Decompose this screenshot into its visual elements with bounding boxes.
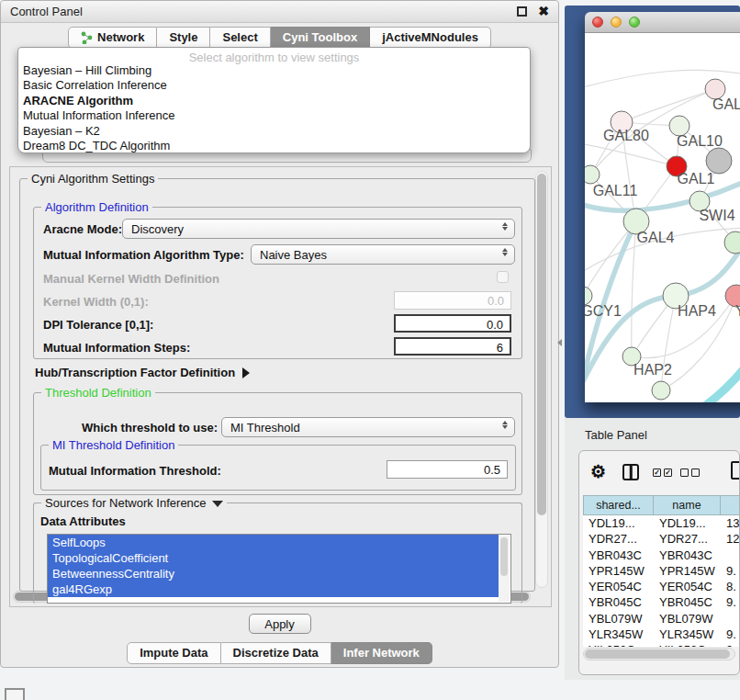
algorithm-option-dream8-dc-tdc-algorithm[interactable]: Dream8 DC_TDC Algorithm xyxy=(18,139,530,153)
close-icon[interactable]: ✖ xyxy=(538,6,549,17)
algorithm-placeholder: Select algorithm to view settings xyxy=(18,51,530,63)
kernel-width-field[interactable]: 0.0 xyxy=(394,291,511,310)
table-cell: 8. xyxy=(721,579,740,594)
table-row[interactable]: YDL19...YDL19...13 xyxy=(583,515,740,531)
attribute-item-selfloops[interactable]: SelfLoops xyxy=(48,535,499,550)
algorithm-dropdown-popup: Select algorithm to view settings Bayesi… xyxy=(17,47,531,153)
table-row[interactable]: YPR145WYPR145W9. xyxy=(583,563,740,579)
network-edge[interactable] xyxy=(632,221,636,356)
hub-definition-toggle[interactable]: Hub/Transcription Factor Definition xyxy=(35,366,250,379)
manual-kernel-width-label: Manual Kernel Width Definition xyxy=(43,272,219,286)
minimize-traffic-light-icon[interactable] xyxy=(611,17,622,28)
network-node-gcy1[interactable] xyxy=(585,287,592,305)
network-window[interactable]: GALGAL80GAL10GAL1GAL11SWI4GAL4GCY1HAP4YH… xyxy=(585,12,740,402)
tab-select[interactable]: Select xyxy=(210,27,270,49)
tab-network[interactable]: Network xyxy=(68,27,157,49)
node-label-hap4: HAP4 xyxy=(678,303,716,319)
table-cell: 9. xyxy=(721,627,740,642)
sources-title[interactable]: Sources for Network Inference xyxy=(41,496,227,510)
column-header-name[interactable]: name xyxy=(654,495,721,515)
gear-icon[interactable]: ⚙ xyxy=(590,461,606,482)
network-node[interactable] xyxy=(706,148,732,174)
node-label-gal4: GAL4 xyxy=(637,230,675,245)
which-threshold-combo[interactable]: MI Threshold xyxy=(221,417,515,437)
algorithm-option-mutual-information-inference[interactable]: Mutual Information Inference xyxy=(18,108,530,123)
table-row[interactable]: YER054CYER054C8. xyxy=(583,579,740,594)
data-attributes-label: Data Attributes xyxy=(40,514,126,528)
spinner-arrows-icon xyxy=(502,421,508,429)
column-layout-icon[interactable] xyxy=(622,464,639,480)
network-edge[interactable] xyxy=(702,358,740,402)
select-all-checkboxes-icon[interactable]: ✓✓ xyxy=(653,469,672,477)
tab-jactivemnodules[interactable]: jActiveMNodules xyxy=(370,27,491,49)
mi-threshold-field[interactable]: 0.5 xyxy=(387,460,508,479)
float-window-icon[interactable] xyxy=(517,6,527,17)
network-node-gal11[interactable] xyxy=(585,165,600,184)
table-cell: 13 xyxy=(721,515,740,531)
table-cell: YBL079W xyxy=(654,611,721,627)
tab-discretize-data[interactable]: Discretize Data xyxy=(221,642,331,664)
close-traffic-light-icon[interactable] xyxy=(592,17,603,28)
table-cell: YDL19... xyxy=(583,515,654,531)
table-row[interactable]: YLR345WYLR345W9. xyxy=(583,627,740,642)
algorithm-definition-group: Algorithm Definition Aracne Mode: Discov… xyxy=(33,207,522,359)
settings-vertical-scrollbar[interactable] xyxy=(535,171,548,588)
table-row[interactable]: YIL052CYIL052C9 xyxy=(583,642,740,647)
node-label-gal10: GAL10 xyxy=(677,133,723,149)
mi-algorithm-type-combo[interactable]: Naive Bayes xyxy=(251,244,515,265)
table-cell: YDR27... xyxy=(583,531,654,547)
minimized-window-icon[interactable] xyxy=(5,688,25,700)
algorithm-option-basic-correlation-inference[interactable]: Basic Correlation Inference xyxy=(18,78,530,93)
network-node[interactable] xyxy=(724,231,740,254)
algorithm-option-aracne-algorithm[interactable]: ARACNE Algorithm xyxy=(18,94,530,108)
manual-kernel-width-checkbox[interactable] xyxy=(497,271,509,283)
node-label-gal80: GAL80 xyxy=(603,128,649,143)
attribute-item-gal4rgexp[interactable]: gal4RGexp xyxy=(48,581,499,597)
node-label-hap2: HAP2 xyxy=(633,362,672,378)
tab-cyni-toolbox[interactable]: Cyni Toolbox xyxy=(271,27,370,49)
split-pane-handle[interactable] xyxy=(557,339,562,346)
tab-style[interactable]: Style xyxy=(157,27,210,49)
table-horizontal-scrollbar[interactable] xyxy=(583,648,735,660)
kernel-width-label: Kernel Width (0,1): xyxy=(43,295,149,309)
table-cell: YLR345W xyxy=(654,627,721,642)
algorithm-option-bayesian-hill-climbing[interactable]: Bayesian – Hill Climbing xyxy=(18,63,530,78)
data-attributes-list[interactable]: SelfLoopsTopologicalCoefficientBetweenne… xyxy=(47,534,511,604)
network-canvas[interactable]: GALGAL80GAL10GAL1GAL11SWI4GAL4GCY1HAP4YH… xyxy=(585,33,740,402)
node-label-gal11: GAL11 xyxy=(593,183,638,198)
column-header-shared[interactable]: shared... xyxy=(583,495,654,515)
tab-infer-network[interactable]: Infer Network xyxy=(331,642,432,664)
table-row[interactable]: YBR045CYBR045C9. xyxy=(583,594,740,610)
network-node[interactable] xyxy=(652,381,670,400)
mi-threshold-label: Mutual Information Threshold: xyxy=(49,464,221,478)
new-table-icon[interactable] xyxy=(731,461,740,480)
attribute-item-betweennesscentrality[interactable]: BetweennessCentrality xyxy=(48,566,499,581)
control-panel-window: Control Panel ✖ NetworkStyleSelectCyni T… xyxy=(0,0,559,668)
attribute-item-topologicalcoefficient[interactable]: TopologicalCoefficient xyxy=(48,550,499,566)
table-cell: 9. xyxy=(721,594,740,610)
column-header-extra[interactable] xyxy=(721,495,740,515)
expand-arrow-icon xyxy=(242,367,250,378)
table-cell: YBL079W xyxy=(583,611,654,627)
table-cell: YBR045C xyxy=(654,594,721,610)
apply-button[interactable]: Apply xyxy=(249,614,311,634)
table-cell xyxy=(721,611,740,627)
table-row[interactable]: YBR043CYBR043C xyxy=(583,548,740,563)
hub-definition-label: Hub/Transcription Factor Definition xyxy=(35,366,235,379)
threshold-definition-title: Threshold Definition xyxy=(41,386,155,400)
mi-steps-field[interactable]: 6 xyxy=(394,337,511,356)
table-cell: YDR27... xyxy=(654,531,721,547)
network-edge[interactable] xyxy=(585,143,677,166)
dpi-tolerance-field[interactable]: 0.0 xyxy=(394,314,511,333)
table-cell: YPR145W xyxy=(654,563,721,579)
network-edge[interactable] xyxy=(629,89,715,119)
deselect-all-checkboxes-icon[interactable] xyxy=(680,469,700,477)
aracne-mode-combo[interactable]: Discovery xyxy=(122,219,515,239)
table-row[interactable]: YBL079WYBL079W xyxy=(583,611,740,627)
table-rows: YDL19...YDL19...13YDR27...YDR27...12YBR0… xyxy=(583,515,740,647)
attributes-scrollbar[interactable] xyxy=(499,536,510,602)
table-row[interactable]: YDR27...YDR27...12 xyxy=(583,531,740,547)
tab-impute-data[interactable]: Impute Data xyxy=(127,642,220,664)
algorithm-option-bayesian-k2[interactable]: Bayesian – K2 xyxy=(18,124,530,139)
zoom-traffic-light-icon[interactable] xyxy=(629,17,640,28)
